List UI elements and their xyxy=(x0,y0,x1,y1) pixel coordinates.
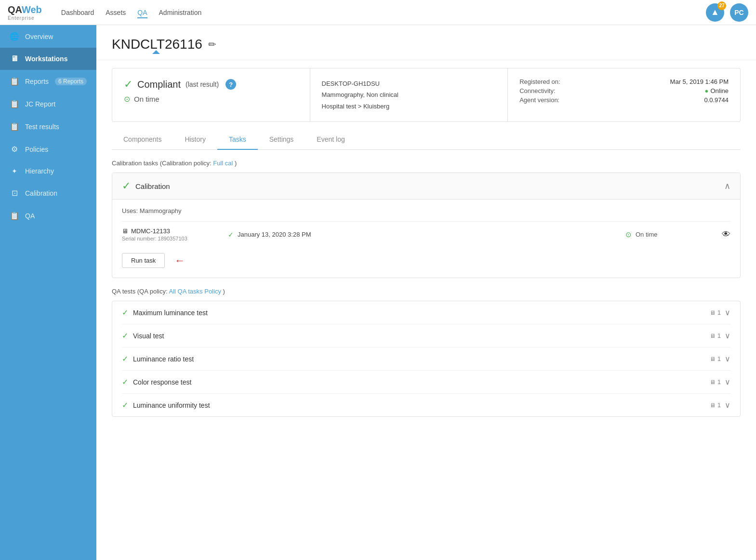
logo: QAWeb Enterprise xyxy=(8,4,42,21)
qa-check-2: ✓ xyxy=(122,331,128,340)
info-button[interactable]: ? xyxy=(225,79,236,90)
device-row: 🖥 MDMC-12133 Serial number: 1890357103 ✓… xyxy=(122,221,730,247)
agent-label: Agent version: xyxy=(519,96,620,104)
sidebar-item-qa[interactable]: 📋 QA xyxy=(0,204,96,227)
online-dot: ● xyxy=(705,87,709,94)
registered-value: Mar 5, 2019 1:46 PM xyxy=(628,78,729,85)
qa-test-row-3: ✓ Luminance ratio test 🖥 1 ∨ xyxy=(122,347,730,371)
qa-expand-3[interactable]: ∨ xyxy=(725,354,730,363)
gear-icon: ⚙ xyxy=(10,145,19,154)
sidebar-label-hierarchy: Hierarchy xyxy=(25,167,54,175)
sidebar-item-reports[interactable]: 📋 Reports 6 Reports xyxy=(0,70,96,93)
qa-name-5: Luminance uniformity test xyxy=(133,401,710,409)
collapse-icon[interactable]: ∧ xyxy=(724,181,730,191)
qa-name-3: Luminance ratio test xyxy=(133,355,710,363)
sidebar-item-jc-report[interactable]: 📋 JC Report xyxy=(0,93,96,115)
device-location: Hospital test > Kluisberg xyxy=(322,101,496,112)
nav-assets[interactable]: Assets xyxy=(106,7,126,18)
sidebar-item-test-results[interactable]: 📋 Test results xyxy=(0,115,96,138)
compliant-suffix: (last result) xyxy=(186,80,219,88)
sidebar: 🌐 Overview 🖥 Workstations 📋 Reports 6 Re… xyxy=(0,25,96,560)
sidebar-item-calibration[interactable]: ⊡ Calibration xyxy=(0,182,96,204)
qa-test-row-5: ✓ Luminance uniformity test 🖥 1 ∨ xyxy=(122,394,730,416)
monitor-small-icon-1: 🖥 xyxy=(710,309,716,316)
sidebar-label-calibration: Calibration xyxy=(25,189,57,197)
qa-count-5: 🖥 1 xyxy=(710,401,721,409)
qa-check-1: ✓ xyxy=(122,308,128,317)
device-modality: Mammography, Non clinical xyxy=(322,89,496,100)
qa-expand-4[interactable]: ∨ xyxy=(725,377,730,387)
sidebar-item-overview[interactable]: 🌐 Overview xyxy=(0,25,96,48)
qa-count-2: 🖥 1 xyxy=(710,332,721,339)
logo-sub: Enterprise xyxy=(8,15,35,21)
tasks-content: Calibration tasks (Calibration policy: F… xyxy=(96,150,756,436)
device-serial: Serial number: 1890357103 xyxy=(122,236,228,241)
nav-triangle xyxy=(152,50,160,54)
monitor-small-icon-3: 🖥 xyxy=(710,356,716,362)
monitor-icon: 🖥 xyxy=(10,54,19,63)
tabs: Components History Tasks Settings Event … xyxy=(112,130,741,150)
nav-administration[interactable]: Administration xyxy=(159,7,202,18)
monitor-small-icon-4: 🖥 xyxy=(710,379,716,386)
view-icon[interactable]: 👁 xyxy=(722,229,730,240)
sidebar-item-hierarchy[interactable]: ✦ Hierarchy xyxy=(0,160,96,182)
test-results-icon: 📋 xyxy=(10,122,19,131)
calibration-policy-link[interactable]: Full cal xyxy=(213,160,233,167)
reports-badge: 6 Reports xyxy=(55,78,87,85)
status-card-registration: Registered on: Mar 5, 2019 1:46 PM Conne… xyxy=(508,68,740,121)
tab-settings[interactable]: Settings xyxy=(258,130,305,150)
bell-icon: ▲ xyxy=(711,7,719,17)
jc-report-icon: 📋 xyxy=(10,99,19,108)
status-card-compliant: ✓ Compliant (last result) ? ⊙ On time xyxy=(112,68,310,121)
notification-badge: 27 xyxy=(717,1,726,10)
qa-expand-2[interactable]: ∨ xyxy=(725,331,730,340)
sidebar-item-policies[interactable]: ⚙ Policies xyxy=(0,138,96,160)
qa-check-5: ✓ xyxy=(122,400,128,410)
monitor-small-icon-5: 🖥 xyxy=(710,402,716,409)
qa-section-label: QA tests (QA policy: All QA tasks Policy… xyxy=(112,288,741,295)
qa-test-row-4: ✓ Color response test 🖥 1 ∨ xyxy=(122,371,730,394)
device-hostname: DESKTOP-GH1DSU xyxy=(322,78,496,89)
calibration-card: ✓ Calibration ∧ Uses: Mammography 🖥 MDMC… xyxy=(112,173,741,278)
top-nav: QAWeb Enterprise Dashboard Assets QA Adm… xyxy=(0,0,756,25)
qa-name-2: Visual test xyxy=(133,332,710,340)
sidebar-label-reports: Reports xyxy=(25,78,49,85)
nav-dashboard[interactable]: Dashboard xyxy=(61,7,94,18)
device-info: 🖥 MDMC-12133 Serial number: 1890357103 xyxy=(122,227,228,241)
run-task-row: Run task ← xyxy=(122,247,730,270)
device-monitor-icon: 🖥 xyxy=(122,227,128,235)
sidebar-label-policies: Policies xyxy=(25,146,48,153)
qa-expand-5[interactable]: ∨ xyxy=(725,400,730,410)
calibration-card-body: Uses: Mammography 🖥 MDMC-12133 Serial nu… xyxy=(112,200,740,278)
calibration-card-header[interactable]: ✓ Calibration ∧ xyxy=(112,173,740,200)
calibration-icon: ⊡ xyxy=(10,188,19,198)
sidebar-label-jc-report: JC Report xyxy=(25,100,55,108)
tab-history[interactable]: History xyxy=(173,130,217,150)
notifications-button[interactable]: ▲ 27 xyxy=(706,3,724,22)
sidebar-label-workstations: Workstations xyxy=(25,55,67,63)
tab-event-log[interactable]: Event log xyxy=(305,130,356,150)
edit-icon[interactable]: ✏ xyxy=(208,39,216,50)
registered-label: Registered on: xyxy=(519,78,620,85)
compliant-label: Compliant xyxy=(137,79,181,90)
sidebar-item-workstations[interactable]: 🖥 Workstations xyxy=(0,48,96,70)
qa-expand-1[interactable]: ∨ xyxy=(725,308,730,317)
status-cards: ✓ Compliant (last result) ? ⊙ On time DE… xyxy=(112,68,741,122)
qa-policy-link[interactable]: All QA tasks Policy xyxy=(169,288,221,295)
sidebar-label-overview: Overview xyxy=(25,33,53,40)
ontime-label: On time xyxy=(134,95,159,103)
cal-check-icon: ✓ xyxy=(122,180,131,192)
agent-value: 0.0.9744 xyxy=(628,96,729,104)
device-date: ✓ January 13, 2020 3:28 PM xyxy=(228,231,625,239)
globe-icon: 🌐 xyxy=(10,32,19,41)
user-avatar[interactable]: PC xyxy=(730,3,748,22)
calibration-card-title: ✓ Calibration xyxy=(122,180,170,192)
tab-components[interactable]: Components xyxy=(112,130,173,150)
qa-name-4: Color response test xyxy=(133,378,710,386)
qa-count-3: 🖥 1 xyxy=(710,355,721,362)
tab-tasks[interactable]: Tasks xyxy=(217,130,258,150)
arrow-annotation: ← xyxy=(174,254,185,267)
run-task-button[interactable]: Run task xyxy=(122,253,165,268)
sidebar-label-test-results: Test results xyxy=(25,123,59,131)
nav-qa[interactable]: QA xyxy=(137,7,147,18)
